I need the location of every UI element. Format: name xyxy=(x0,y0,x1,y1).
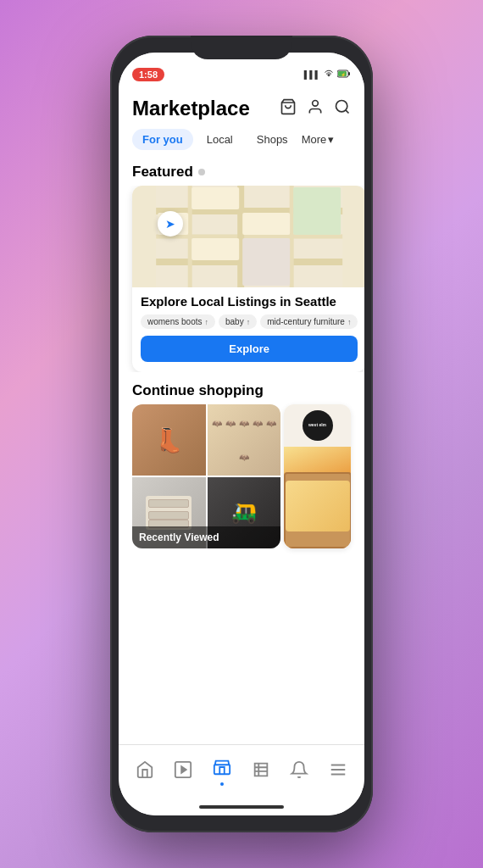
nav-notifications[interactable] xyxy=(283,757,315,787)
svg-line-7 xyxy=(346,109,349,113)
bat-icon-5: 🦇 xyxy=(266,419,276,428)
app-header: Marketplace xyxy=(119,90,364,124)
tab-more[interactable]: More ▾ xyxy=(302,133,335,146)
header-icons xyxy=(280,98,351,120)
svg-rect-18 xyxy=(293,187,341,235)
status-time: 1:58 xyxy=(132,68,164,81)
continue-shopping-header: Continue shopping xyxy=(119,372,364,404)
featured-header: Featured xyxy=(119,157,364,186)
bat-pattern: 🦇 🦇 🦇 🦇 🦇 🦇 xyxy=(208,404,281,476)
stroller-icon: 🛺 xyxy=(231,501,257,525)
map-card[interactable]: ➤ Explore Local Listings in Seattle wome… xyxy=(132,186,364,372)
page-title: Marketplace xyxy=(132,97,250,120)
battery-icon: ⚡ xyxy=(337,70,351,80)
map-card-content: Explore Local Listings in Seattle womens… xyxy=(132,287,364,369)
home-bar xyxy=(199,805,284,809)
nav-marketplace[interactable] xyxy=(206,754,238,789)
bell-icon xyxy=(290,760,308,783)
svg-rect-20 xyxy=(242,238,290,286)
tag-baby[interactable]: baby ↑ xyxy=(219,314,257,329)
phone-frame: 1:58 ▌▌▌ ⚡ xyxy=(110,36,373,832)
svg-point-5 xyxy=(313,100,319,106)
map-card-title: Explore Local Listings in Seattle xyxy=(141,294,358,309)
news-icon xyxy=(252,760,270,783)
bottom-nav xyxy=(119,744,364,798)
profile-icon[interactable] xyxy=(307,98,324,120)
nav-menu[interactable] xyxy=(322,757,354,787)
content-area: Marketplace xyxy=(119,90,364,744)
phone-notch xyxy=(191,36,292,59)
menu-icon xyxy=(329,760,347,783)
tag-arrow-icon: ↑ xyxy=(204,318,208,326)
rv-cell-bats: 🦇 🦇 🦇 🦇 🦇 🦇 xyxy=(208,404,281,476)
tag-arrow-3-icon: ↑ xyxy=(347,318,352,326)
tab-shops[interactable]: Shops xyxy=(247,129,298,150)
west-elm-logo-area: west elm xyxy=(284,404,351,447)
tabs-bar: For you Local Shops More ▾ xyxy=(119,124,364,157)
map-pin: ➤ xyxy=(158,211,183,236)
home-icon xyxy=(136,760,154,783)
west-elm-image xyxy=(284,447,351,548)
nav-news[interactable] xyxy=(245,757,277,787)
svg-rect-1 xyxy=(348,72,350,75)
nav-video[interactable] xyxy=(167,757,199,787)
west-elm-card[interactable]: west elm xyxy=(284,404,351,548)
bat-icon-6: 🦇 xyxy=(239,453,249,462)
status-icons: ▌▌▌ ⚡ xyxy=(304,70,351,80)
explore-button[interactable]: Explore xyxy=(141,336,358,362)
tag-furniture[interactable]: mid-century furniture ↑ xyxy=(260,314,358,329)
svg-rect-15 xyxy=(192,187,239,209)
rv-cell-boots: 👢 xyxy=(132,404,206,476)
play-icon xyxy=(174,760,192,783)
svg-rect-17 xyxy=(192,238,239,260)
phone-screen: 1:58 ▌▌▌ ⚡ xyxy=(119,53,364,815)
svg-point-6 xyxy=(336,100,347,111)
west-elm-logo-text: west elm xyxy=(308,423,326,428)
nav-home[interactable] xyxy=(129,757,161,787)
svg-text:⚡: ⚡ xyxy=(341,72,347,78)
home-indicator xyxy=(119,798,364,815)
tab-for-you[interactable]: For you xyxy=(132,129,193,150)
cart-icon[interactable] xyxy=(280,98,297,120)
tag-arrow-2-icon: ↑ xyxy=(247,318,251,326)
bat-icon-2: 🦇 xyxy=(225,419,236,428)
map-area: ➤ xyxy=(132,186,364,287)
store-icon xyxy=(213,758,231,781)
map-tags: womens boots ↑ baby ↑ mid-century furnit… xyxy=(141,314,358,329)
shopping-grid: 👢 🦇 🦇 🦇 🦇 🦇 🦇 xyxy=(119,404,364,555)
west-elm-logo: west elm xyxy=(303,410,333,441)
bat-icon-3: 🦇 xyxy=(239,419,249,428)
svg-rect-16 xyxy=(242,213,290,235)
tab-local[interactable]: Local xyxy=(197,129,243,150)
bat-icon-1: 🦇 xyxy=(212,419,222,428)
signal-icon: ▌▌▌ xyxy=(304,70,320,79)
chevron-down-icon: ▾ xyxy=(328,133,334,146)
location-arrow-icon: ➤ xyxy=(165,217,175,231)
search-icon[interactable] xyxy=(334,98,351,120)
boots-icon: 👢 xyxy=(154,426,184,454)
bat-icon-4: 🦇 xyxy=(253,419,263,428)
svg-rect-23 xyxy=(214,765,230,774)
featured-scroll[interactable]: ➤ Explore Local Listings in Seattle wome… xyxy=(119,186,364,372)
wifi-icon xyxy=(324,70,334,80)
nav-active-dot xyxy=(220,782,224,786)
recently-viewed-label: Recently Viewed xyxy=(132,526,280,548)
tag-womens-boots[interactable]: womens boots ↑ xyxy=(141,314,215,329)
svg-marker-22 xyxy=(182,766,187,772)
featured-dot xyxy=(198,169,205,175)
recently-viewed-card[interactable]: 👢 🦇 🦇 🦇 🦇 🦇 🦇 xyxy=(132,404,280,548)
